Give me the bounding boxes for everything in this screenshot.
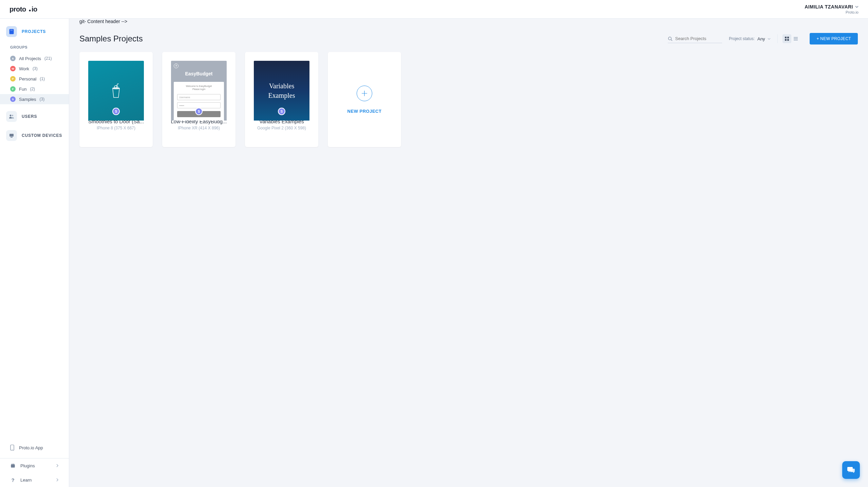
project-card[interactable]: Variables Examples S Variables Examples … (245, 52, 318, 147)
new-project-card-label: NEW PROJECT (347, 109, 382, 114)
nav-projects-label: PROJECTS (22, 29, 46, 34)
group-count-label: (1) (40, 76, 45, 81)
group-name-label: Samples (19, 97, 36, 102)
svg-point-5 (10, 115, 12, 116)
user-org-label: Proto.io (805, 10, 858, 14)
projects-icon (9, 29, 14, 34)
chevron-right-icon (56, 478, 59, 482)
group-name-label: Work (19, 66, 29, 71)
chat-button[interactable] (842, 461, 860, 479)
group-name-label: Fun (19, 87, 26, 92)
svg-text:io: io (32, 6, 37, 13)
nav-users[interactable]: USERS (0, 111, 69, 122)
group-count-label: (2) (30, 87, 35, 91)
list-view-button[interactable] (791, 34, 800, 43)
users-icon (9, 114, 14, 119)
project-card[interactable]: ?EasyBudget Welcome to EasyBudget Please… (162, 52, 235, 147)
group-badge-icon: F (10, 86, 16, 92)
svg-point-10 (12, 449, 13, 450)
help-icon: ? (10, 477, 16, 483)
status-filter[interactable]: Project status: Any (729, 36, 771, 41)
proto-app-link[interactable]: Proto.io App (0, 440, 69, 458)
project-group-badge: S (195, 108, 203, 115)
plus-icon (357, 86, 372, 101)
chevron-down-icon (855, 5, 858, 8)
project-grid: S Smoothies to Door (Sa... IPhone 8 (375… (79, 52, 858, 147)
list-icon (793, 36, 798, 41)
project-device: IPhone XR (414 X 896) (166, 126, 231, 130)
brand-logo[interactable]: proto io (10, 5, 43, 14)
grid-view-button[interactable] (782, 34, 791, 43)
svg-text:proto: proto (10, 6, 26, 13)
svg-rect-17 (785, 37, 787, 38)
svg-rect-23 (794, 40, 798, 40)
mobile-icon (10, 445, 14, 451)
search-icon (668, 36, 673, 41)
chat-icon (847, 466, 855, 474)
chevron-right-icon (56, 464, 59, 467)
group-count-label: (3) (33, 66, 38, 71)
plugins-link[interactable]: Plugins (0, 458, 69, 473)
user-menu[interactable]: AIMILIA TZANAVARI Proto.io (805, 4, 858, 14)
nav-projects[interactable]: PROJECTS (0, 26, 69, 37)
svg-text:?: ? (11, 477, 14, 483)
svg-rect-11 (11, 465, 15, 468)
new-project-button[interactable]: + NEW PROJECT (810, 33, 858, 44)
sidebar-group-all-projects[interactable]: AAll Projects(21) (0, 53, 69, 64)
group-name-label: All Projects (19, 56, 41, 61)
group-count-label: (21) (44, 56, 52, 61)
project-group-badge: S (278, 108, 285, 115)
learn-label: Learn (20, 477, 32, 483)
svg-rect-7 (10, 134, 14, 137)
group-badge-icon: P (10, 76, 16, 82)
nav-users-label: USERS (22, 114, 37, 119)
proto-app-label: Proto.io App (19, 445, 43, 450)
sidebar-group-personal[interactable]: PPersonal(1) (0, 74, 69, 84)
header-bar: proto io AIMILIA TZANAVARI Proto.io (0, 0, 868, 19)
project-device: Google Pixel 2 (360 X 598) (249, 126, 314, 130)
svg-rect-19 (785, 39, 787, 41)
svg-rect-12 (12, 464, 13, 465)
group-badge-icon: W (10, 66, 16, 71)
devices-icon (9, 133, 14, 138)
status-value: Any (757, 36, 765, 41)
group-badge-icon: S (10, 96, 16, 102)
project-device: IPhone 8 (375 X 667) (83, 126, 149, 130)
nav-custom-devices[interactable]: CUSTOM DEVICES (0, 130, 69, 141)
svg-rect-18 (787, 37, 789, 38)
learn-link[interactable]: ? Learn (0, 473, 69, 487)
svg-point-1 (29, 10, 31, 12)
chevron-down-icon (768, 37, 771, 40)
svg-rect-22 (794, 38, 798, 39)
search-wrap (668, 35, 722, 43)
svg-rect-21 (794, 37, 798, 38)
project-group-badge: S (112, 108, 120, 115)
user-name-label: AIMILIA TZANAVARI (805, 4, 853, 10)
search-input[interactable] (675, 36, 722, 41)
svg-rect-8 (11, 137, 13, 138)
group-count-label: (3) (40, 97, 45, 102)
nav-custom-devices-label: CUSTOM DEVICES (22, 133, 62, 138)
svg-rect-4 (10, 30, 13, 31)
project-card[interactable]: S Smoothies to Door (Sa... IPhone 8 (375… (79, 52, 153, 147)
groups-heading: GROUPS (0, 45, 69, 49)
grid-icon (785, 36, 789, 41)
group-badge-icon: A (10, 56, 16, 61)
content-area: git- Content header --> Samples Projects… (69, 19, 868, 487)
plugins-label: Plugins (20, 463, 35, 468)
new-project-card[interactable]: NEW PROJECT (328, 52, 401, 147)
svg-point-6 (12, 115, 13, 116)
group-name-label: Personal (19, 76, 36, 82)
svg-point-15 (668, 37, 672, 40)
svg-rect-13 (13, 464, 14, 465)
status-label: Project status: (729, 36, 755, 41)
page-title: Samples Projects (79, 34, 143, 43)
sidebar-group-work[interactable]: WWork(3) (0, 64, 69, 74)
sidebar-group-fun[interactable]: FFun(2) (0, 84, 69, 94)
svg-rect-20 (787, 39, 789, 41)
sidebar: PROJECTS GROUPS AAll Projects(21)WWork(3… (0, 19, 69, 487)
plugins-icon (10, 463, 16, 468)
sidebar-group-samples[interactable]: SSamples(3) (0, 94, 69, 104)
svg-line-16 (671, 39, 672, 40)
